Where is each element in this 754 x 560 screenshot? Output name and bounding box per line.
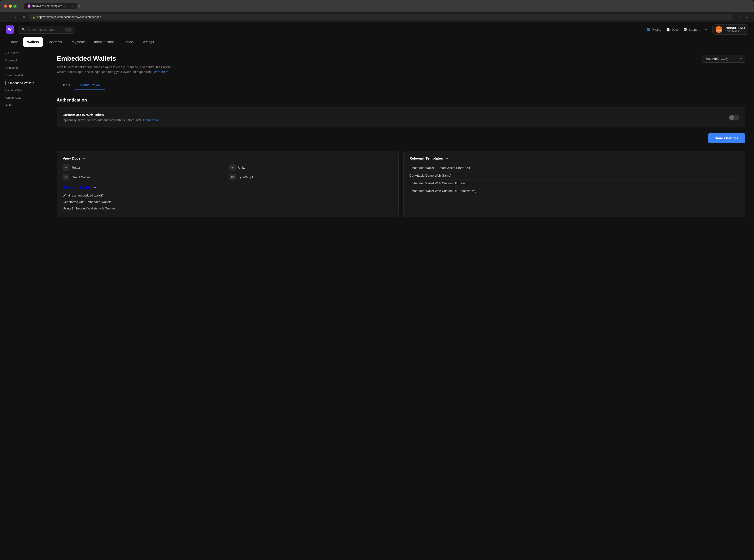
browser-nav: ‹ › ↻ 🔒 https://thirdweb.com/dashboard/w… [0, 12, 754, 22]
page-title: Embedded Wallets [57, 55, 181, 62]
doc-link-unity-label: Unity [238, 166, 246, 169]
jwt-toggle[interactable] [729, 115, 739, 120]
view-docs-link[interactable]: View Docs [63, 156, 81, 160]
support-link[interactable]: 💬 Support [683, 28, 700, 32]
nav-home[interactable]: Home [6, 37, 22, 47]
doc-link-typescript-label: TypeScript [238, 175, 253, 179]
lock-icon: 🔒 [32, 16, 35, 19]
bottom-cards: View Docs → ⚛ React ◈ Unity [57, 151, 746, 217]
template-link-4[interactable]: Embedded Wallet With Custom UI [ReactNat… [409, 187, 739, 195]
support-label: Support [689, 28, 700, 32]
doc-link-unity[interactable]: ◈ Unity [229, 164, 393, 171]
browser-nav-icons: ☆ ⋯ [736, 14, 751, 20]
search-placeholder: Search any contract [27, 28, 56, 32]
sidebar-item-analytics[interactable]: Analytics [3, 64, 45, 72]
relevant-templates-link[interactable]: Relevant Templates [409, 156, 443, 160]
docs-icon: 📄 [666, 28, 670, 32]
sidebar-item-embedded-wallets[interactable]: Embedded Wallets [3, 79, 45, 87]
search-shortcut: ⌘K [64, 27, 72, 32]
doc-link-react-native-label: React Native [72, 175, 90, 179]
nav-infrastructure[interactable]: Infrastructure [90, 37, 118, 47]
view-docs-title: View Docs → [63, 156, 393, 160]
sidebar-item-smart-wallet[interactable]: Smart Wallet [3, 72, 45, 79]
maximize-button[interactable] [14, 4, 17, 8]
react-native-icon: ⚛ [63, 174, 70, 180]
guide-link-1[interactable]: What is an embedded wallet? [63, 192, 393, 199]
tabs: Users Configuration [57, 81, 746, 90]
docs-card: View Docs → ⚛ React ◈ Unity [57, 151, 399, 217]
relevant-templates-arrow-icon: → [445, 156, 448, 160]
template-link-1[interactable]: Embedded Wallet + Smart Wallet Starter K… [409, 164, 739, 172]
typescript-icon: TS [229, 174, 236, 180]
back-button[interactable]: ‹ [3, 14, 9, 20]
relevant-guides-link[interactable]: Relevant Guides [63, 185, 91, 189]
relevant-templates-title: Relevant Templates → [409, 156, 739, 160]
doc-link-react-native[interactable]: ⚛ React Native [63, 174, 226, 180]
tab-configuration[interactable]: Configuration [75, 81, 105, 90]
sidebar: Wallets Connect Analytics Smart Wallet E… [0, 47, 48, 560]
bookmark-icon[interactable]: ☆ [736, 14, 742, 20]
tab-users[interactable]: Users [57, 81, 75, 90]
tab-close-icon[interactable]: ✕ [72, 4, 74, 8]
templates-card: Relevant Templates → Embedded Wallet + S… [403, 151, 746, 217]
traffic-lights [4, 4, 17, 8]
reload-button[interactable]: ↻ [21, 14, 27, 20]
nav-payments[interactable]: Payments [67, 37, 89, 47]
sidebar-item-connect[interactable]: Connect [3, 57, 45, 64]
pricing-link[interactable]: 🌐 Pricing [646, 28, 661, 32]
save-section: Save changes [57, 133, 746, 143]
wallet-badge[interactable]: 🦊 0xBBdD...E551 0.383 MATIC [713, 24, 748, 35]
globe-icon: 🌐 [646, 28, 650, 32]
url-text: https://thirdweb.com/dashboard/wallets/e… [37, 15, 101, 19]
pricing-label: Pricing [652, 28, 661, 32]
extensions-icon[interactable]: ⋯ [745, 14, 751, 20]
window-controls[interactable]: ⌄ [747, 4, 750, 8]
doc-link-typescript[interactable]: TS TypeScript [229, 174, 393, 180]
learn-more-link[interactable]: Learn more [153, 70, 168, 74]
docs-link[interactable]: 📄 Docs [666, 28, 679, 32]
forward-button[interactable]: › [12, 14, 18, 20]
template-link-2[interactable]: Cat Attack [Demo Web Game] [409, 172, 739, 179]
auth-section-title: Authentication [57, 98, 746, 103]
page-header: Embedded Wallets A wallet infrastructure… [57, 55, 746, 74]
doc-link-react[interactable]: ⚛ React [63, 164, 226, 171]
guide-link-2[interactable]: Get started with Embedded Wallets [63, 199, 393, 205]
active-tab[interactable]: 🦊 thirdweb: The complete web3 d... ✕ [24, 3, 77, 9]
theme-toggle-button[interactable]: ☀ [704, 27, 708, 32]
project-selector[interactable]: Test (6bf9...1d7) ▾ [702, 55, 746, 63]
wallet-address: 0xBBdD...E551 [725, 26, 745, 30]
page-header-left: Embedded Wallets A wallet infrastructure… [57, 55, 181, 74]
jwt-card-content: Custom JSON Web Token Optionally allow u… [63, 113, 159, 122]
template-link-3[interactable]: Embedded Wallet With Custom UI [React] [409, 179, 739, 187]
relevant-guides-title: Relevant Guides → [63, 185, 393, 189]
top-bar: W 🔍 Search any contract ⌘K 🌐 Pricing 📄 D… [0, 22, 754, 37]
browser-window: 🦊 thirdweb: The complete web3 d... ✕ + ⌄… [0, 0, 754, 560]
chevron-down-icon: ▾ [740, 57, 742, 60]
sidebar-item-wallet-sdk[interactable]: Wallet SDK [3, 94, 45, 101]
nav-settings[interactable]: Settings [138, 37, 158, 47]
wallet-info: 0xBBdD...E551 0.383 MATIC [725, 26, 745, 33]
layout: Wallets Connect Analytics Smart Wallet E… [0, 47, 754, 560]
sidebar-item-auth[interactable]: Auth [3, 101, 45, 109]
minimize-button[interactable] [8, 4, 12, 8]
browser-tabs: 🦊 thirdweb: The complete web3 d... ✕ + [24, 3, 744, 9]
save-changes-button[interactable]: Save changes [708, 133, 746, 143]
top-bar-right: 🌐 Pricing 📄 Docs 💬 Support ☀ 🦊 0xBBdD...… [646, 24, 748, 35]
sidebar-item-local-wallet[interactable]: Local Wallet [3, 87, 45, 94]
guide-link-3[interactable]: Using Embedded Wallets with Connect [63, 205, 393, 212]
relevant-guides-arrow-icon: → [93, 185, 97, 189]
logo: W [6, 25, 14, 34]
search-bar[interactable]: 🔍 Search any contract ⌘K [18, 26, 75, 34]
avatar: 🦊 [716, 26, 722, 33]
support-icon: 💬 [683, 28, 687, 32]
close-button[interactable] [4, 4, 7, 8]
jwt-learn-more-link[interactable]: Learn more [143, 118, 159, 122]
address-bar[interactable]: 🔒 https://thirdweb.com/dashboard/wallets… [29, 14, 732, 20]
add-tab-button[interactable]: + [78, 4, 81, 8]
main-content: Embedded Wallets A wallet infrastructure… [48, 47, 754, 560]
nav-wallets[interactable]: Wallets [23, 37, 43, 47]
nav-engine[interactable]: Engine [119, 37, 137, 47]
nav-contracts[interactable]: Contracts [44, 37, 66, 47]
page-description: A wallet infrastructure that enables app… [57, 65, 181, 74]
jwt-card-title: Custom JSON Web Token [63, 113, 159, 117]
